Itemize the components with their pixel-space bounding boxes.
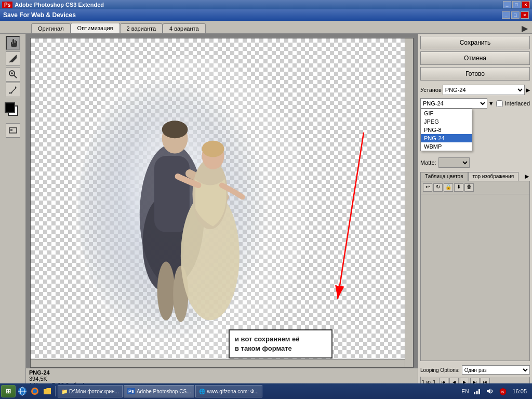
right-panel: Сохранить Отмена Готово Установ PNG-24 ▶ [418,34,532,390]
save-button[interactable]: Сохранить [420,36,530,49]
svg-rect-31 [476,391,478,394]
dialog-maximize[interactable]: □ [511,11,520,19]
svg-rect-32 [478,389,480,394]
quick-launch-firefox[interactable] [29,385,41,397]
taskbar-btn-folder[interactable]: 📁 D:\Мои фото\скрин... [58,385,123,397]
dialog-close[interactable]: × [521,11,529,19]
file-format: PNG-24 [29,369,415,376]
color-table-body: ↩ ↻ 🔒 ⬇ 🗑 [420,181,530,361]
language-indicator[interactable]: EN [461,389,470,394]
canvas-background [31,38,413,367]
ct-btn-2[interactable]: ↻ [433,183,443,192]
quick-launch-ie[interactable] [17,385,28,397]
color-table-toolbar: ↩ ↻ 🔒 ⬇ 🗑 [421,181,529,194]
looping-row: Looping Options: Один раз [420,365,530,375]
tab-image-info[interactable]: тор изображения [468,172,519,181]
maximize-button[interactable]: □ [512,1,521,8]
hand-tool[interactable] [6,36,20,50]
minimize-button[interactable]: _ [503,1,511,8]
preset-row: Установ PNG-24 ▶ [420,85,530,95]
format-dropdown-container: PNG-24 GIF JPEG PNG-8 WBMP ▼ GIF [420,98,494,109]
tray-network[interactable] [471,385,483,397]
close-button[interactable]: × [522,1,530,8]
preset-select[interactable]: PNG-24 [443,85,525,95]
browser-icon: 🌐 [199,389,205,394]
start-label: ⊞ [6,388,11,395]
tab-original[interactable]: Оригинал [31,23,71,33]
zoom-tool[interactable] [6,67,20,82]
svg-point-29 [33,389,37,393]
quick-launch-folder[interactable] [42,385,53,397]
annotation-text: и вот сохраняем еёв таком формате [235,335,299,352]
browser-label: www.gifzona.com: Ф... [207,389,258,394]
horizontal-scrollbar[interactable] [31,359,405,367]
foreground-swatch[interactable] [5,102,15,113]
window-titlebar: Ps Adobe Photoshop CS3 Extended _ □ × [0,0,532,9]
interlaced-row: Interlaced [496,100,530,107]
matte-select[interactable] [438,157,470,168]
loop-label: Looping Options: [420,367,460,373]
preset-label: Установ [420,87,442,93]
tray-volume[interactable] [484,385,496,397]
save-for-web-dialog: Save For Web & Devices _ □ × Оригинал Оп… [0,9,532,399]
cancel-button[interactable]: Отмена [420,51,530,65]
taskbar-btn-browser[interactable]: 🌐 www.gifzona.com: Ф... [195,385,262,397]
color-table-arrow[interactable]: ▶ [524,172,530,181]
tab-4variants[interactable]: 4 варианта [163,23,206,33]
format-section: PNG-24 GIF JPEG PNG-8 WBMP ▼ GIF [420,98,530,109]
svg-rect-8 [10,129,12,131]
interlaced-label: Interlaced [505,100,530,107]
main-content: PNG-24 394,5K 141 сек @ 28,8 кбит/c и во… [0,34,532,390]
svg-marker-33 [487,389,490,394]
annotation-box: и вот сохраняем еёв таком формате [229,329,332,358]
ps-icon: Ps [127,388,135,394]
folder-label: D:\Мои фото\скрин... [69,389,119,394]
settings-section: Установ PNG-24 ▶ PNG-24 [420,85,530,168]
tray-antivirus[interactable]: K [497,385,509,397]
tab-2variants[interactable]: 2 варианта [120,23,163,33]
interlaced-checkbox[interactable] [496,100,503,107]
taskbar-btn-photoshop[interactable]: Ps Adobe Photoshop CS... [124,385,195,397]
loop-select[interactable]: Один раз [462,365,530,375]
tab-optimization[interactable]: Оптимизация [71,23,120,33]
dialog-minimize[interactable]: _ [502,11,510,19]
taskbar-divider [55,386,56,396]
ct-btn-4[interactable]: ⬇ [454,183,463,192]
ct-btn-5[interactable]: 🗑 [464,183,474,192]
svg-point-22 [72,56,307,362]
clock: 16:05 [510,388,529,394]
format-dropdown-arrow[interactable]: ▼ [488,100,494,107]
format-option-gif[interactable]: GIF [421,109,472,117]
ct-btn-1[interactable]: ↩ [423,183,432,192]
done-button[interactable]: Готово [420,67,530,81]
eyedropper-tool[interactable] [6,83,20,97]
tabs-arrow[interactable]: ▶ [522,23,528,33]
tab-color-table[interactable]: Таблица цветов [420,172,468,181]
color-table-section: Таблица цветов тор изображения ▶ ↩ ↻ 🔒 ⬇… [420,172,530,361]
ct-btn-3[interactable]: 🔒 [444,183,453,192]
format-select[interactable]: PNG-24 GIF JPEG PNG-8 WBMP [420,98,487,109]
vertical-scrollbar[interactable] [405,38,413,367]
format-option-jpeg[interactable]: JPEG [421,117,472,126]
format-option-png24[interactable]: PNG-24 [421,134,472,142]
canvas-inner [30,38,414,368]
format-dropdown-list: GIF JPEG PNG-8 PNG-24 WBMP [420,109,472,151]
format-option-wbmp[interactable]: WBMP [421,142,472,151]
window-title: Adobe Photoshop CS3 Extended [15,2,104,8]
svg-line-3 [14,75,17,78]
tabs-container: Оригинал Оптимизация 2 варианта 4 вариан… [0,21,532,34]
matte-label: Matte: [420,159,436,166]
format-option-png8[interactable]: PNG-8 [421,126,472,134]
color-swatches[interactable] [5,102,21,119]
svg-rect-30 [474,392,475,394]
folder-icon: 📁 [61,389,68,394]
start-button[interactable]: ⊞ [1,385,16,397]
ps-label: Adobe Photoshop CS... [137,389,191,394]
color-table-tabs: Таблица цветов тор изображения ▶ [420,172,530,181]
dialog-titlebar: Save For Web & Devices _ □ × [0,9,532,21]
svg-text:K: K [502,390,505,394]
slice-tool[interactable] [6,51,20,66]
preview-toggle[interactable] [6,123,20,138]
preset-more-arrow[interactable]: ▶ [526,87,530,94]
dialog-title: Save For Web & Devices [3,11,76,19]
